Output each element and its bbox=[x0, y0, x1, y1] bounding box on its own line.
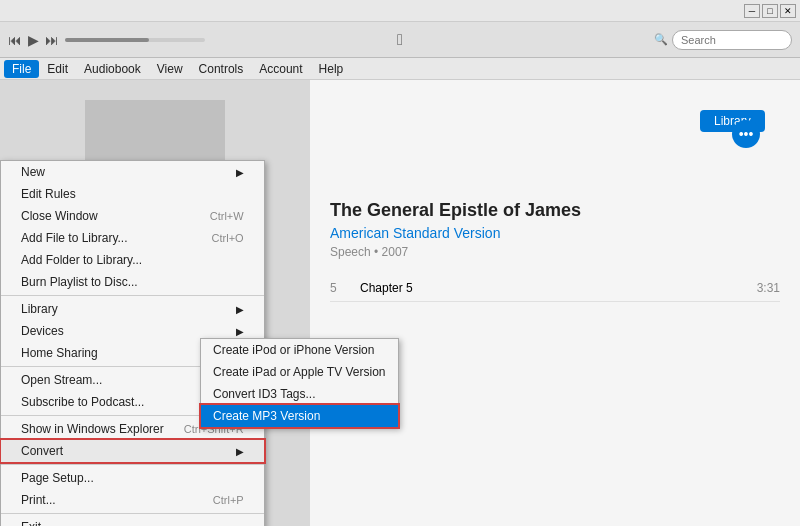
menu-account[interactable]: Account bbox=[251, 60, 310, 78]
progress-bar[interactable] bbox=[65, 38, 205, 42]
track-duration: 3:31 bbox=[757, 281, 780, 295]
submenu-item-id3[interactable]: Convert ID3 Tags... bbox=[201, 383, 398, 405]
menu-item-library[interactable]: Library ▶ bbox=[1, 298, 264, 320]
submenu-arrow-new: ▶ bbox=[236, 167, 244, 178]
book-meta: Speech • 2007 bbox=[330, 245, 780, 259]
menu-item-add-file[interactable]: Add File to Library... Ctrl+O bbox=[1, 227, 264, 249]
close-button[interactable]: ✕ bbox=[780, 4, 796, 18]
menu-item-convert[interactable]: Convert ▶ bbox=[1, 440, 264, 462]
book-info: The General Epistle of James American St… bbox=[330, 200, 780, 302]
transport-bar: ⏮ ▶ ⏭  🔍 bbox=[0, 22, 800, 58]
separator-4 bbox=[1, 464, 264, 465]
menu-item-add-folder[interactable]: Add Folder to Library... bbox=[1, 249, 264, 271]
title-bar-controls: ─ □ ✕ bbox=[744, 4, 796, 18]
menu-item-edit-rules[interactable]: Edit Rules bbox=[1, 183, 264, 205]
menu-item-print[interactable]: Print... Ctrl+P bbox=[1, 489, 264, 511]
table-row: 5 Chapter 5 3:31 bbox=[330, 275, 780, 302]
track-name: Chapter 5 bbox=[360, 281, 757, 295]
shortcut-print: Ctrl+P bbox=[213, 494, 244, 506]
menu-item-page-setup[interactable]: Page Setup... bbox=[1, 467, 264, 489]
file-menu-dropdown: New ▶ Edit Rules Close Window Ctrl+W Add… bbox=[0, 160, 265, 526]
more-button[interactable]: ••• bbox=[732, 120, 760, 148]
separator-5 bbox=[1, 513, 264, 514]
separator-1 bbox=[1, 295, 264, 296]
right-panel: Library The General Epistle of James Ame… bbox=[310, 80, 800, 526]
submenu-item-ipod[interactable]: Create iPod or iPhone Version bbox=[201, 339, 398, 361]
apple-logo:  bbox=[397, 31, 403, 49]
submenu-arrow-devices: ▶ bbox=[236, 326, 244, 337]
search-icon: 🔍 bbox=[654, 33, 668, 46]
menu-edit[interactable]: Edit bbox=[39, 60, 76, 78]
title-bar: ─ □ ✕ bbox=[0, 0, 800, 22]
book-subtitle: American Standard Version bbox=[330, 225, 780, 241]
menu-item-exit[interactable]: Exit bbox=[1, 516, 264, 526]
submenu-item-mp3[interactable]: Create MP3 Version bbox=[201, 405, 398, 427]
progress-fill bbox=[65, 38, 149, 42]
prev-button[interactable]: ⏮ bbox=[8, 32, 22, 48]
submenu-arrow-convert: ▶ bbox=[236, 446, 244, 457]
menu-controls[interactable]: Controls bbox=[191, 60, 252, 78]
menu-file[interactable]: File bbox=[4, 60, 39, 78]
maximize-button[interactable]: □ bbox=[762, 4, 778, 18]
search-box: 🔍 bbox=[654, 30, 792, 50]
right-panel-inner: Library The General Epistle of James Ame… bbox=[330, 100, 780, 506]
menu-item-burn[interactable]: Burn Playlist to Disc... bbox=[1, 271, 264, 293]
next-button[interactable]: ⏭ bbox=[45, 32, 59, 48]
minimize-button[interactable]: ─ bbox=[744, 4, 760, 18]
menu-item-new[interactable]: New ▶ bbox=[1, 161, 264, 183]
submenu-item-ipad[interactable]: Create iPad or Apple TV Version bbox=[201, 361, 398, 383]
search-input[interactable] bbox=[672, 30, 792, 50]
menu-view[interactable]: View bbox=[149, 60, 191, 78]
menu-audiobook[interactable]: Audiobook bbox=[76, 60, 149, 78]
book-title: The General Epistle of James bbox=[330, 200, 780, 221]
menu-bar: File Edit Audiobook View Controls Accoun… bbox=[0, 58, 800, 80]
play-button[interactable]: ▶ bbox=[28, 32, 39, 48]
submenu-arrow-library: ▶ bbox=[236, 304, 244, 315]
track-number: 5 bbox=[330, 281, 360, 295]
shortcut-close: Ctrl+W bbox=[210, 210, 244, 222]
menu-item-close-window[interactable]: Close Window Ctrl+W bbox=[1, 205, 264, 227]
main-area: ♪ ♪ 1 item Library The General Epistle o… bbox=[0, 80, 800, 526]
convert-submenu: Create iPod or iPhone Version Create iPa… bbox=[200, 338, 399, 428]
menu-help[interactable]: Help bbox=[311, 60, 352, 78]
shortcut-add-file: Ctrl+O bbox=[212, 232, 244, 244]
